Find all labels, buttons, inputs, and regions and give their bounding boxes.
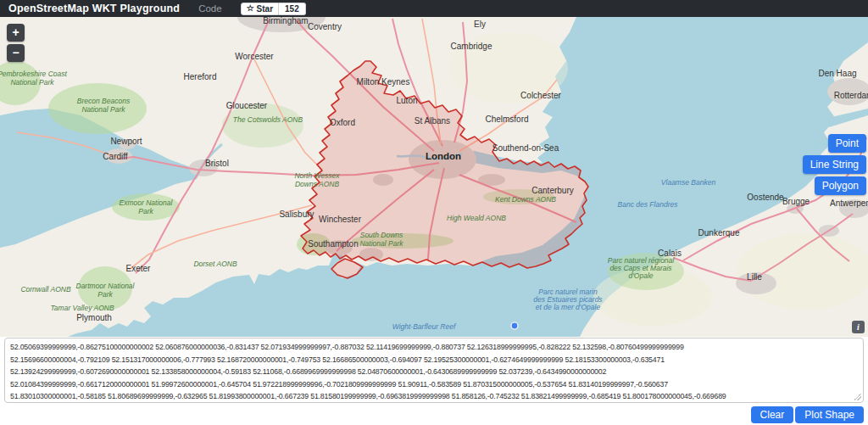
map-label: Brugge bbox=[782, 197, 810, 206]
page-title: OpenStreetMap WKT Playground bbox=[8, 3, 180, 14]
map-label: North Wessex bbox=[294, 171, 340, 180]
map-label: Gloucester bbox=[226, 101, 268, 110]
map-label: Brecon Beacons bbox=[77, 97, 131, 105]
wkt-coordinate-line: 52.05069399999999,-0.86275100000000002 5… bbox=[10, 341, 858, 354]
map-label: Kent Downs AONB bbox=[495, 195, 556, 204]
map-label: Dunkerque bbox=[698, 228, 740, 238]
map-label: Chelmsford bbox=[485, 115, 528, 124]
map-label: Newport bbox=[110, 137, 142, 146]
map-label: Wight-Barfleur Reef bbox=[392, 322, 457, 331]
code-link[interactable]: Code bbox=[198, 3, 222, 14]
map-label: National Park bbox=[10, 78, 54, 87]
map-label: London bbox=[426, 151, 461, 161]
wkt-input[interactable]: 52.05069399999999,-0.86275100000000002 5… bbox=[4, 338, 864, 403]
map-label: Ely bbox=[474, 20, 486, 29]
wkt-input-wrapper: 52.05069399999999,-0.86275100000000002 5… bbox=[0, 337, 868, 404]
map-label: Banc des Flandres bbox=[618, 200, 679, 209]
map-label: Southend-on-Sea bbox=[492, 143, 559, 153]
map-label: St Albans bbox=[415, 116, 450, 126]
star-icon: ☆ bbox=[247, 4, 254, 13]
github-star-count[interactable]: 152 bbox=[279, 3, 306, 15]
github-star-widget: ☆ Star 152 bbox=[241, 3, 306, 15]
map-label: Pembrokeshire Coast bbox=[0, 70, 68, 78]
zoom-control: + − bbox=[7, 24, 25, 62]
farmland-patch bbox=[737, 233, 868, 310]
map-label: Exeter bbox=[126, 264, 152, 273]
map-container[interactable]: BirminghamCoventryWorcesterHerefordGlouc… bbox=[0, 17, 868, 337]
map-label: Downs AONB bbox=[295, 180, 339, 188]
map-label: Oxford bbox=[330, 118, 355, 127]
clear-button[interactable]: Clear bbox=[751, 406, 794, 423]
map-label: Rotterdam bbox=[834, 91, 868, 100]
map-label: Canterbury bbox=[531, 186, 573, 195]
map-label: Dartmoor National bbox=[76, 282, 136, 290]
plot-shape-button[interactable]: Plot Shape bbox=[795, 406, 864, 423]
map-label: Dorset AONB bbox=[193, 260, 237, 268]
map-label: Vlaamse Banken bbox=[661, 178, 716, 187]
map-label: Tamar Valley AONB bbox=[50, 304, 114, 312]
map-label: d'Opale bbox=[628, 271, 653, 280]
map-label: Cardiff bbox=[103, 152, 127, 161]
map-label: Southampton bbox=[308, 239, 359, 249]
map-label: Cornwall AONB bbox=[20, 285, 71, 294]
map-label: Cambridge bbox=[451, 42, 492, 51]
wkt-coordinate-line: 52.13924299999999,-0.6072690000000001 52… bbox=[10, 366, 858, 378]
map-label: Luton bbox=[396, 96, 417, 105]
map-label: Oostende bbox=[747, 193, 784, 202]
zoom-out-button[interactable]: − bbox=[7, 44, 25, 62]
wkt-coordinate-line: 52.15696600000004,-0.792109 52.151317000… bbox=[10, 354, 858, 366]
map-label: The Cotswolds AONB bbox=[233, 115, 303, 124]
shape-buttons-panel: PointLine StringPolygon bbox=[803, 134, 866, 195]
map-label: Winchester bbox=[319, 215, 362, 224]
map-label: National Park bbox=[81, 105, 125, 114]
star-button-label: Star bbox=[257, 4, 273, 14]
wkt-coordinate-line: 52.01084399999999,-0.6617120000000001 51… bbox=[10, 378, 858, 391]
footer-bar: Clear Plot Shape bbox=[0, 404, 868, 425]
wkt-coordinate-line: 51.83010300000001,-0.58185 51.8068969999… bbox=[10, 390, 858, 403]
map-label: et de la mer d'Opale bbox=[536, 303, 601, 311]
map-label: Colchester bbox=[520, 91, 561, 100]
navbar: OpenStreetMap WKT Playground Code ☆ Star… bbox=[0, 0, 868, 17]
shape-button-polygon[interactable]: Polygon bbox=[815, 176, 866, 195]
map-label: Plymouth bbox=[76, 313, 112, 322]
point-marker[interactable] bbox=[511, 322, 518, 329]
github-star-button[interactable]: ☆ Star bbox=[241, 3, 279, 15]
map-label: Lille bbox=[747, 272, 762, 282]
map-label: Den Haag bbox=[818, 69, 856, 78]
map-label: Salisbury bbox=[279, 210, 314, 219]
map-label: Park bbox=[97, 290, 113, 299]
shape-button-line-string[interactable]: Line String bbox=[803, 155, 866, 174]
map-label: Exmoor National bbox=[120, 199, 174, 207]
map-label: Park bbox=[138, 207, 153, 215]
map-label: Coventry bbox=[308, 22, 342, 31]
map-label: Birmingham bbox=[263, 17, 308, 25]
map-label: Milton Keynes bbox=[357, 77, 410, 87]
map-label: Worcester bbox=[235, 52, 274, 61]
map-label: Bristol bbox=[205, 159, 229, 168]
map-label: High Weald AONB bbox=[447, 214, 506, 222]
shape-button-point[interactable]: Point bbox=[828, 134, 866, 153]
map-label: National Park bbox=[359, 239, 403, 248]
map-label: Hereford bbox=[184, 72, 217, 81]
zoom-in-button[interactable]: + bbox=[7, 24, 25, 42]
resize-handle-icon[interactable] bbox=[854, 393, 861, 400]
map-label: South Downs bbox=[360, 231, 403, 239]
map-canvas[interactable]: BirminghamCoventryWorcesterHerefordGlouc… bbox=[0, 17, 868, 337]
attribution-info-icon[interactable]: i bbox=[852, 321, 865, 333]
app-window: OpenStreetMap WKT Playground Code ☆ Star… bbox=[0, 0, 868, 425]
map-label: Antwerpen bbox=[830, 199, 868, 208]
